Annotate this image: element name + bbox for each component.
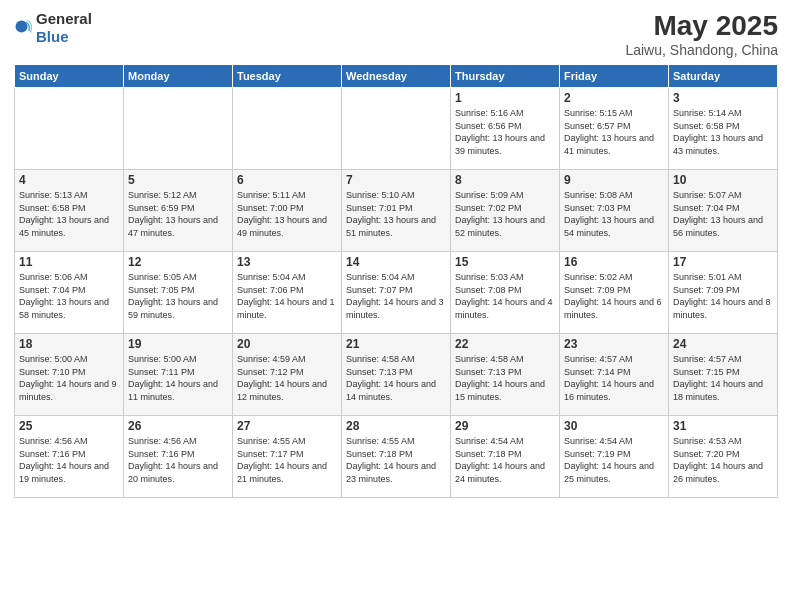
day-cell: 15 Sunrise: 5:03 AMSunset: 7:08 PMDaylig… [451,252,560,334]
day-cell [15,88,124,170]
day-info: Sunrise: 4:55 AMSunset: 7:18 PMDaylight:… [346,436,436,484]
day-info: Sunrise: 5:16 AMSunset: 6:56 PMDaylight:… [455,108,545,156]
day-number: 17 [673,255,773,269]
day-cell: 16 Sunrise: 5:02 AMSunset: 7:09 PMDaylig… [560,252,669,334]
day-cell: 4 Sunrise: 5:13 AMSunset: 6:58 PMDayligh… [15,170,124,252]
title-block: May 2025 Laiwu, Shandong, China [625,10,778,58]
day-number: 18 [19,337,119,351]
day-cell: 14 Sunrise: 5:04 AMSunset: 7:07 PMDaylig… [342,252,451,334]
day-info: Sunrise: 5:13 AMSunset: 6:58 PMDaylight:… [19,190,109,238]
day-number: 4 [19,173,119,187]
day-number: 21 [346,337,446,351]
day-info: Sunrise: 5:14 AMSunset: 6:58 PMDaylight:… [673,108,763,156]
day-info: Sunrise: 4:57 AMSunset: 7:14 PMDaylight:… [564,354,654,402]
day-cell: 27 Sunrise: 4:55 AMSunset: 7:17 PMDaylig… [233,416,342,498]
day-number: 19 [128,337,228,351]
day-cell: 6 Sunrise: 5:11 AMSunset: 7:00 PMDayligh… [233,170,342,252]
day-info: Sunrise: 5:15 AMSunset: 6:57 PMDaylight:… [564,108,654,156]
day-number: 27 [237,419,337,433]
day-cell: 7 Sunrise: 5:10 AMSunset: 7:01 PMDayligh… [342,170,451,252]
day-cell: 23 Sunrise: 4:57 AMSunset: 7:14 PMDaylig… [560,334,669,416]
day-info: Sunrise: 4:53 AMSunset: 7:20 PMDaylight:… [673,436,763,484]
day-info: Sunrise: 5:09 AMSunset: 7:02 PMDaylight:… [455,190,545,238]
day-number: 16 [564,255,664,269]
day-cell: 17 Sunrise: 5:01 AMSunset: 7:09 PMDaylig… [669,252,778,334]
logo-general: General [36,10,92,27]
day-cell: 9 Sunrise: 5:08 AMSunset: 7:03 PMDayligh… [560,170,669,252]
day-cell: 31 Sunrise: 4:53 AMSunset: 7:20 PMDaylig… [669,416,778,498]
day-info: Sunrise: 5:00 AMSunset: 7:11 PMDaylight:… [128,354,218,402]
week-row-5: 25 Sunrise: 4:56 AMSunset: 7:16 PMDaylig… [15,416,778,498]
calendar-table: Sunday Monday Tuesday Wednesday Thursday… [14,64,778,498]
week-row-3: 11 Sunrise: 5:06 AMSunset: 7:04 PMDaylig… [15,252,778,334]
day-cell: 20 Sunrise: 4:59 AMSunset: 7:12 PMDaylig… [233,334,342,416]
header-saturday: Saturday [669,65,778,88]
day-info: Sunrise: 4:58 AMSunset: 7:13 PMDaylight:… [346,354,436,402]
calendar-container: General Blue May 2025 Laiwu, Shandong, C… [0,0,792,612]
header-thursday: Thursday [451,65,560,88]
day-number: 8 [455,173,555,187]
header-friday: Friday [560,65,669,88]
logo-text: General Blue [36,10,92,46]
day-info: Sunrise: 5:03 AMSunset: 7:08 PMDaylight:… [455,272,553,320]
day-cell: 26 Sunrise: 4:56 AMSunset: 7:16 PMDaylig… [124,416,233,498]
day-info: Sunrise: 4:59 AMSunset: 7:12 PMDaylight:… [237,354,327,402]
day-cell [233,88,342,170]
main-title: May 2025 [625,10,778,42]
day-info: Sunrise: 5:12 AMSunset: 6:59 PMDaylight:… [128,190,218,238]
day-cell: 13 Sunrise: 5:04 AMSunset: 7:06 PMDaylig… [233,252,342,334]
day-info: Sunrise: 4:56 AMSunset: 7:16 PMDaylight:… [128,436,218,484]
week-row-2: 4 Sunrise: 5:13 AMSunset: 6:58 PMDayligh… [15,170,778,252]
day-cell: 28 Sunrise: 4:55 AMSunset: 7:18 PMDaylig… [342,416,451,498]
day-number: 10 [673,173,773,187]
day-info: Sunrise: 4:55 AMSunset: 7:17 PMDaylight:… [237,436,327,484]
day-number: 3 [673,91,773,105]
day-number: 11 [19,255,119,269]
day-number: 7 [346,173,446,187]
day-cell: 2 Sunrise: 5:15 AMSunset: 6:57 PMDayligh… [560,88,669,170]
day-info: Sunrise: 4:56 AMSunset: 7:16 PMDaylight:… [19,436,109,484]
day-number: 12 [128,255,228,269]
day-headers-row: Sunday Monday Tuesday Wednesday Thursday… [15,65,778,88]
day-info: Sunrise: 5:10 AMSunset: 7:01 PMDaylight:… [346,190,436,238]
day-cell: 11 Sunrise: 5:06 AMSunset: 7:04 PMDaylig… [15,252,124,334]
day-cell: 21 Sunrise: 4:58 AMSunset: 7:13 PMDaylig… [342,334,451,416]
day-cell: 24 Sunrise: 4:57 AMSunset: 7:15 PMDaylig… [669,334,778,416]
day-cell: 5 Sunrise: 5:12 AMSunset: 6:59 PMDayligh… [124,170,233,252]
logo-blue: Blue [36,28,69,45]
day-number: 20 [237,337,337,351]
header-tuesday: Tuesday [233,65,342,88]
day-number: 28 [346,419,446,433]
day-cell: 30 Sunrise: 4:54 AMSunset: 7:19 PMDaylig… [560,416,669,498]
day-info: Sunrise: 4:58 AMSunset: 7:13 PMDaylight:… [455,354,545,402]
day-number: 26 [128,419,228,433]
day-cell: 10 Sunrise: 5:07 AMSunset: 7:04 PMDaylig… [669,170,778,252]
day-cell: 3 Sunrise: 5:14 AMSunset: 6:58 PMDayligh… [669,88,778,170]
week-row-4: 18 Sunrise: 5:00 AMSunset: 7:10 PMDaylig… [15,334,778,416]
day-number: 6 [237,173,337,187]
header-wednesday: Wednesday [342,65,451,88]
day-cell: 19 Sunrise: 5:00 AMSunset: 7:11 PMDaylig… [124,334,233,416]
day-cell [342,88,451,170]
day-number: 13 [237,255,337,269]
day-cell: 8 Sunrise: 5:09 AMSunset: 7:02 PMDayligh… [451,170,560,252]
header-monday: Monday [124,65,233,88]
day-cell: 25 Sunrise: 4:56 AMSunset: 7:16 PMDaylig… [15,416,124,498]
day-number: 24 [673,337,773,351]
week-row-1: 1 Sunrise: 5:16 AMSunset: 6:56 PMDayligh… [15,88,778,170]
day-info: Sunrise: 5:04 AMSunset: 7:07 PMDaylight:… [346,272,444,320]
header: General Blue May 2025 Laiwu, Shandong, C… [14,10,778,58]
day-info: Sunrise: 5:04 AMSunset: 7:06 PMDaylight:… [237,272,335,320]
logo-icon [14,19,32,37]
day-number: 29 [455,419,555,433]
day-cell [124,88,233,170]
day-number: 9 [564,173,664,187]
day-cell: 18 Sunrise: 5:00 AMSunset: 7:10 PMDaylig… [15,334,124,416]
day-info: Sunrise: 5:01 AMSunset: 7:09 PMDaylight:… [673,272,771,320]
day-number: 22 [455,337,555,351]
day-info: Sunrise: 4:54 AMSunset: 7:19 PMDaylight:… [564,436,654,484]
day-info: Sunrise: 5:00 AMSunset: 7:10 PMDaylight:… [19,354,117,402]
day-number: 23 [564,337,664,351]
day-cell: 29 Sunrise: 4:54 AMSunset: 7:18 PMDaylig… [451,416,560,498]
day-number: 31 [673,419,773,433]
